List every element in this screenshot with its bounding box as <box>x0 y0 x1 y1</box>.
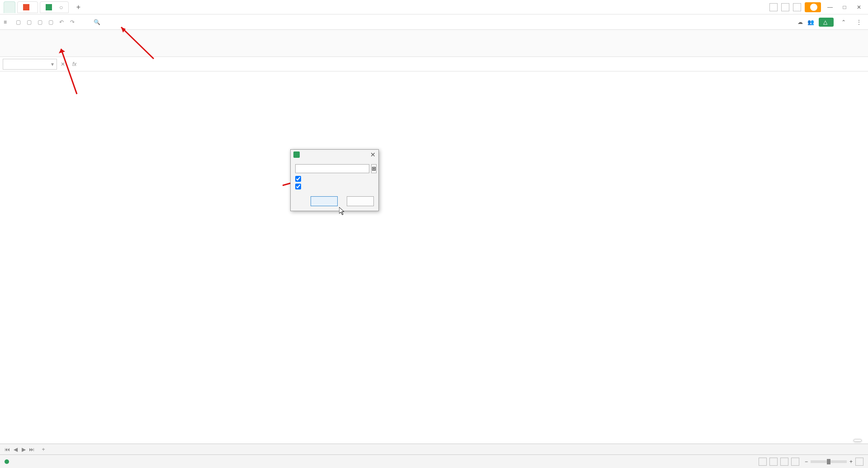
collapse-icon[interactable]: ⌃ <box>838 18 849 26</box>
cloud-status[interactable]: ☁ <box>797 19 803 25</box>
svg-rect-1 <box>46 4 52 10</box>
coop-button[interactable]: 👥 <box>807 19 814 25</box>
docer-icon <box>23 4 29 10</box>
ime-indicator[interactable] <box>854 439 862 442</box>
zoom-slider[interactable] <box>811 460 847 463</box>
search-box[interactable]: 🔍 <box>94 19 103 25</box>
maximize-icon[interactable]: □ <box>839 3 850 11</box>
more-icon[interactable]: ⋮ <box>854 18 864 26</box>
dialog-close-icon[interactable]: ✕ <box>370 151 376 158</box>
fullscreen-icon[interactable] <box>855 458 863 466</box>
header-checkbox[interactable] <box>295 176 374 182</box>
chevron-down-icon: ▾ <box>51 61 54 67</box>
cancel-button[interactable] <box>347 196 374 206</box>
close-window-icon[interactable]: ✕ <box>854 3 864 11</box>
minimize-icon[interactable]: — <box>825 3 835 11</box>
view-mode-3-icon[interactable] <box>780 458 788 466</box>
zoom-out-icon[interactable]: − <box>805 459 808 465</box>
filter-checkbox[interactable] <box>295 184 374 189</box>
source-input[interactable] <box>295 164 369 173</box>
status-dot-icon <box>5 459 9 464</box>
tab-home[interactable] <box>4 1 15 13</box>
close-icon[interactable]: ○ <box>59 4 63 11</box>
range-picker-icon[interactable]: ⊞ <box>371 164 377 173</box>
tab-workbook[interactable]: ○ <box>40 1 69 13</box>
sheet-next-icon[interactable]: ▶ <box>20 446 27 453</box>
cursor-icon <box>339 207 346 216</box>
layout-icon-1[interactable] <box>769 3 778 11</box>
fx-icon[interactable]: fx <box>72 61 76 67</box>
cancel-fx-icon[interactable]: ✕ <box>61 61 65 67</box>
user-icon <box>810 4 817 11</box>
ok-button[interactable] <box>311 196 338 206</box>
undo-icon[interactable]: ↶ <box>57 18 66 26</box>
view-mode-4-icon[interactable] <box>791 458 799 466</box>
sheet-first-icon[interactable]: ⏮ <box>4 446 11 453</box>
create-table-dialog: ✕ ⊞ <box>290 149 379 211</box>
add-sheet-icon[interactable]: + <box>39 445 48 454</box>
print-icon[interactable]: ▢ <box>36 18 44 26</box>
name-box[interactable]: ▾ <box>3 59 57 70</box>
view-mode-2-icon[interactable] <box>769 458 778 466</box>
new-icon[interactable]: ▢ <box>14 18 22 26</box>
redo-icon[interactable]: ↷ <box>68 18 76 26</box>
zoom-in-icon[interactable]: + <box>849 459 853 465</box>
new-tab-button[interactable]: + <box>73 2 83 12</box>
svg-rect-0 <box>23 4 29 10</box>
sheet-prev-icon[interactable]: ◀ <box>12 446 19 453</box>
sheet-icon <box>46 4 52 10</box>
layout-icon-2[interactable] <box>781 3 789 11</box>
open-icon[interactable]: ▢ <box>25 18 33 26</box>
view-mode-1-icon[interactable] <box>759 458 767 466</box>
layout-icon-3[interactable] <box>793 3 801 11</box>
preview-icon[interactable]: ▢ <box>47 18 55 26</box>
share-button[interactable]: △ <box>819 18 834 27</box>
sheet-last-icon[interactable]: ⏭ <box>28 446 35 453</box>
wps-icon <box>293 151 300 158</box>
tab-templates[interactable] <box>17 1 38 13</box>
search-icon: 🔍 <box>94 19 100 25</box>
login-button[interactable] <box>805 2 821 12</box>
hamburger-icon[interactable]: ≡ <box>4 19 7 25</box>
